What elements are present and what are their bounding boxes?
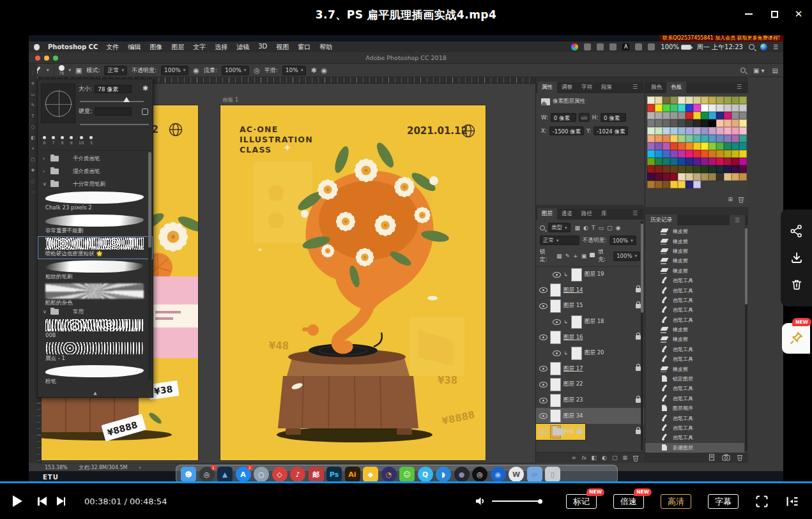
notification-center-icon[interactable]: ☰ <box>773 44 778 50</box>
color-swatch[interactable] <box>678 112 686 119</box>
color-swatch[interactable] <box>678 142 686 150</box>
color-swatch[interactable] <box>693 119 701 127</box>
color-swatch[interactable] <box>732 112 739 119</box>
color-swatch[interactable] <box>655 173 663 181</box>
color-swatch[interactable] <box>716 104 724 112</box>
dock-app[interactable]: Ai <box>345 467 360 482</box>
panel-tab[interactable]: 属性 <box>537 82 557 93</box>
color-swatch[interactable] <box>670 119 678 127</box>
fill-select[interactable]: 100%▾ <box>613 252 640 261</box>
close-button[interactable]: ✕ <box>792 8 806 20</box>
color-swatch[interactable] <box>732 127 739 135</box>
brush-row[interactable]: 粗纹的笔刷 <box>38 259 153 282</box>
zoom-level[interactable]: 153.38% <box>45 465 68 470</box>
color-swatch[interactable] <box>739 150 747 158</box>
brush-row[interactable]: ∨ 十分常用笔刷 <box>38 177 153 190</box>
dock-app-icon[interactable]: ◔ <box>381 467 397 482</box>
history-step[interactable]: 橡皮擦 <box>645 246 744 256</box>
history-step[interactable]: 橡皮擦 <box>645 236 744 246</box>
color-swatch[interactable] <box>693 150 701 158</box>
flow-select[interactable]: 100%▾ <box>222 66 249 75</box>
search-icon[interactable] <box>740 68 746 73</box>
layer-thumbnail[interactable] <box>550 409 561 423</box>
folder-arrow-icon[interactable]: › <box>43 169 47 174</box>
dock-app[interactable]: ◆ <box>363 467 378 482</box>
player-feature-button[interactable]: 倍速 NEW <box>613 494 644 509</box>
panel-menu-icon[interactable]: ☰ <box>632 210 638 216</box>
dock-app[interactable]: ◔ <box>381 467 397 482</box>
color-swatch[interactable] <box>716 173 724 181</box>
color-swatch[interactable] <box>686 96 693 104</box>
dock-app-icon[interactable]: ◉ <box>491 467 506 482</box>
color-swatch[interactable] <box>686 142 693 150</box>
menu-item[interactable]: 滤镜 <box>236 43 249 52</box>
panel-tab[interactable]: 段落 <box>597 82 617 93</box>
brush-row[interactable]: ∨ 常用 <box>38 305 153 318</box>
brush-preset[interactable]: 9 <box>70 134 73 146</box>
panel-tab[interactable]: 通道 <box>557 208 577 220</box>
color-swatch[interactable] <box>709 142 716 150</box>
color-swatch[interactable] <box>678 127 686 135</box>
layer-row[interactable]: 图层 17 <box>536 361 644 377</box>
history-step[interactable]: 画笔工具 <box>645 296 744 305</box>
layer-thumbnail[interactable] <box>571 347 582 360</box>
dock-app[interactable]: Ps <box>326 467 342 482</box>
history-step[interactable]: 橡皮擦 <box>645 266 744 276</box>
player-feature-button[interactable]: 标记 NEW <box>566 494 597 509</box>
pin-icon[interactable] <box>788 330 804 347</box>
panel-tab[interactable]: 图层 <box>537 208 557 220</box>
brush-row[interactable]: 屑点 - 1 <box>38 341 153 364</box>
layer-name[interactable]: 图层 16 <box>563 334 583 342</box>
color-swatch[interactable] <box>670 135 678 142</box>
video-frame[interactable]: 联系QQ2537455841 加入会员 获取更多免费课程! Photoshop … <box>29 35 783 482</box>
layer-row[interactable]: 图层 15 <box>536 298 644 314</box>
brush-preset[interactable]: 8 <box>61 134 64 146</box>
color-swatch[interactable] <box>663 119 670 127</box>
color-swatch[interactable] <box>670 173 678 181</box>
brush-name[interactable]: 非常重要不能删 <box>43 227 146 234</box>
color-swatch[interactable] <box>693 142 701 150</box>
size-slider[interactable] <box>80 101 144 102</box>
color-swatch[interactable] <box>670 165 678 173</box>
width-field[interactable]: 0 像素 <box>551 113 576 122</box>
color-swatch[interactable] <box>670 142 678 150</box>
menu-item[interactable]: 选择 <box>215 43 227 52</box>
dock-app[interactable]: ▯ <box>545 467 560 482</box>
layer-row[interactable]: 图层 14 <box>536 283 644 299</box>
menu-item[interactable]: 文字 <box>193 43 206 52</box>
play-icon[interactable] <box>13 495 22 507</box>
color-swatch[interactable] <box>709 119 716 127</box>
color-swatch[interactable] <box>732 158 739 165</box>
color-swatch[interactable] <box>724 142 732 150</box>
visibility-eye-icon[interactable] <box>539 287 548 293</box>
status-icon[interactable] <box>584 43 591 50</box>
color-swatch[interactable] <box>693 127 701 135</box>
smoothing-gear-icon[interactable]: ✱ <box>310 66 316 75</box>
color-swatch[interactable] <box>724 173 732 181</box>
color-swatch[interactable] <box>739 158 747 165</box>
history-step[interactable]: 图层顺序 <box>645 403 744 413</box>
color-swatch[interactable] <box>670 158 678 165</box>
dock-app[interactable]: ○ <box>254 467 269 482</box>
dock-app[interactable]: ● <box>454 467 470 482</box>
layer-opacity-select[interactable]: 100%▾ <box>609 236 636 245</box>
history-step[interactable]: 橡皮擦 <box>645 227 744 236</box>
layer-row[interactable]: 图层 16 <box>536 329 644 345</box>
history-step[interactable]: 画笔工具 <box>645 305 744 315</box>
color-swatch[interactable] <box>716 150 724 158</box>
folder-arrow-icon[interactable]: ∨ <box>43 181 47 187</box>
dock-app-icon[interactable]: Ai <box>345 467 360 482</box>
menu-item[interactable]: 图层 <box>171 43 184 52</box>
siri-icon[interactable] <box>760 43 767 50</box>
size-slider-thumb[interactable] <box>123 97 130 102</box>
visibility-eye-icon[interactable] <box>539 382 548 387</box>
color-swatch[interactable] <box>678 135 686 142</box>
color-swatch[interactable] <box>724 135 732 142</box>
color-swatch[interactable] <box>701 127 709 135</box>
color-swatch[interactable] <box>686 104 693 112</box>
color-swatch[interactable] <box>655 142 663 150</box>
color-swatch[interactable] <box>732 96 739 104</box>
history-step[interactable]: 画笔工具 <box>645 413 744 423</box>
maximize-button[interactable] <box>767 8 781 20</box>
layer-name[interactable]: 图层 17 <box>563 365 583 373</box>
